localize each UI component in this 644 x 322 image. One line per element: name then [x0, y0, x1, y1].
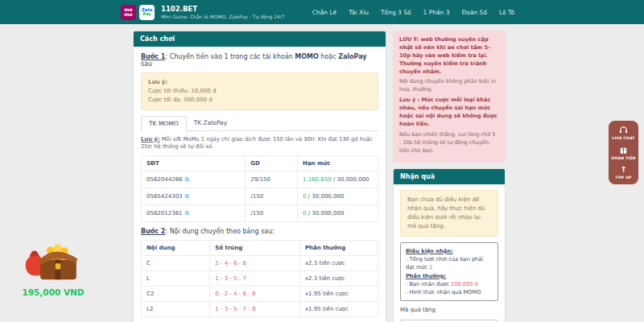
treasure-chest-icon [20, 235, 86, 283]
gift-code-label: Mã quà tặng [400, 307, 498, 313]
zalopay-logo-icon: Zalo Pay [139, 5, 155, 20]
reward-cell: x1.95 tiền cược [299, 302, 378, 317]
step1-zalopay: ZaloPay [338, 53, 366, 60]
content-cell: L [142, 271, 210, 287]
live-chat-button[interactable]: LIVE CHAT [609, 126, 638, 140]
top-up-label: TOP UP [615, 175, 631, 180]
arrow-up-icon: ↑ [620, 166, 626, 174]
table-row: L2 1 - 3 - 5 - 7 - 9 x1.95 tiền cược [142, 302, 378, 317]
reward-cell: x2.3 tiền cược [299, 271, 378, 287]
step1-text: Bước 1: Chuyển tiền vào 1 trong các tài … [141, 53, 378, 68]
gift-warning-box: Bạn chưa đủ điều kiện để nhận quà, hãy t… [400, 190, 498, 236]
step2-text: Bước 2: Nội dung chuyển theo bảng sau: [141, 228, 378, 235]
main-nav: Chẵn Lẻ Tài Xỉu Tổng 3 Số 1 Phần 3 Đoán … [312, 9, 515, 16]
limit-amount: / 30,000,000 [307, 193, 345, 200]
reward-cell: x2.3 tiền cược [299, 256, 378, 271]
gd-cell: /150 [246, 188, 298, 205]
limit-amount: / 30,000,000 [307, 210, 345, 217]
step1-middle: hoặc [319, 53, 338, 60]
how-to-play-body: Bước 1: Chuyển tiền vào 1 trong các tài … [134, 47, 386, 322]
copy-icon[interactable]: ⧉ [185, 175, 189, 183]
condition-text: - Tổng lượt chơi của bạn phải đạt mức [406, 256, 483, 270]
phone-number: 0565424303 [147, 193, 183, 200]
reward-line: - Bạn nhận được 200,000 đ [406, 280, 493, 288]
rewards-table: Nội dung Số trúng Phần thưởng C 2 - 4 - … [141, 240, 378, 317]
zalopay-logo-text: Pay [142, 12, 151, 16]
step2-label: Bước 2 [141, 228, 165, 235]
step1-momo: MOMO [295, 53, 319, 60]
reward-value: 200,000 đ [451, 281, 478, 287]
content-cell: L2 [142, 302, 210, 317]
col-gd: GD [246, 156, 298, 171]
copy-icon[interactable]: ⧉ [185, 209, 189, 217]
table-row: 0562012361⧉ /150 0 / 30,000,000 [142, 205, 378, 222]
bonus-chest[interactable]: 195,000 VND [13, 235, 93, 297]
momo-logo-text: mo [124, 12, 132, 17]
step1-before: : Chuyển tiền vào 1 trong các tài khoản [165, 53, 295, 60]
nav-item-tai-xiu[interactable]: Tài Xỉu [349, 9, 369, 16]
col-so-trung: Số trúng [210, 241, 300, 256]
nav-item-chan-le[interactable]: Chẵn Lẻ [312, 9, 337, 16]
numbers-cell: 0 - 2 - 4 - 6 - 8 [210, 287, 300, 302]
condition-line: - Tổng lượt chơi của bạn phải đạt mức 1 [406, 255, 493, 271]
floating-side-widget: LIVE CHAT HOÀN TIỀN ↑ TOP UP [609, 121, 638, 184]
limit-cell: 1,160,650 / 30,000,000 [298, 171, 378, 188]
gd-cell: 29/150 [246, 171, 298, 188]
col-noi-dung: Nội dung [142, 241, 210, 256]
accounts-note-text: Mỗi sđt MoMo 1 ngày chỉ giao dịch được 1… [141, 136, 373, 151]
panel-title: Cách chơi [134, 31, 386, 47]
gd-cell: /150 [246, 205, 298, 222]
gift-panel-body: Bạn chưa đủ điều kiện để nhận quà, hãy t… [394, 184, 505, 322]
phone-cell: 0565424303⧉ [142, 188, 246, 205]
account-tabs: TK MOMO TK ZaloPay [141, 116, 378, 131]
content-cell: C [142, 256, 210, 271]
page-title: 1102.BET [161, 5, 285, 13]
reward-cell: x1.95 tiền cược [299, 287, 378, 302]
limit-amount: / 30,000,000 [332, 176, 369, 183]
warning-line-2: Nội dung chuyển không phân biệt in hoa, … [399, 78, 499, 94]
limit-cell: 0 / 30,000,000 [298, 188, 378, 205]
numbers-cell: 1 - 3 - 5 - 7 - 9 [210, 302, 300, 317]
phone-cell: 0562044266⧉ [142, 171, 246, 188]
table-row: 0562044266⧉ 29/150 1,160,650 / 30,000,00… [142, 171, 378, 188]
warning-line-1: LƯU Ý: web thường xuyên cập nhật số nên … [399, 36, 499, 76]
phone-number: 0562012361 [147, 210, 183, 217]
conditions-title: Điều kiện nhận: [406, 247, 493, 255]
momo-logo-icon: mo mo [121, 5, 136, 20]
top-up-button[interactable]: ↑ TOP UP [609, 166, 638, 180]
gift-conditions-box: Điều kiện nhận: - Tổng lượt chơi của bạn… [400, 242, 498, 301]
brand: mo mo Zalo Pay 1102.BET Mini Game. Chẵn … [121, 5, 285, 20]
warning-line-4: Nếu bạn chiến thắng, vui lòng chờ 5 - 20… [399, 131, 499, 155]
reward-title: Phần thưởng: [406, 272, 493, 280]
app-header: mo mo Zalo Pay 1102.BET Mini Game. Chẵn … [0, 0, 644, 24]
gift-panel-title: Nhận quà [394, 169, 505, 184]
table-row: L 1 - 3 - 5 - 7 x2.3 tiền cược [142, 271, 378, 287]
gift-icon [619, 146, 628, 155]
reward-text: - Bạn nhận được [406, 281, 451, 287]
condition-value: 1 [429, 264, 432, 270]
used-amount: 1,160,650 [303, 176, 332, 183]
nav-item-tong-3-so[interactable]: Tổng 3 Số [381, 9, 411, 16]
refund-button[interactable]: HOÀN TIỀN [609, 146, 638, 160]
table-row: C2 0 - 2 - 4 - 6 - 8 x1.95 tiền cược [142, 287, 378, 302]
min-bet-line: Cược tối thiểu: 10,000 đ [148, 87, 371, 96]
site-titles: 1102.BET Mini Game. Chẵn lẻ MOMO, ZaloPa… [161, 5, 285, 19]
nav-item-doan-so[interactable]: Đoán Số [461, 9, 486, 16]
phone-number: 0562044266 [147, 176, 183, 183]
accounts-note: Lưu ý: Mỗi sđt MoMo 1 ngày chỉ giao dịch… [141, 136, 378, 152]
tab-tk-zalopay[interactable]: TK ZaloPay [187, 116, 235, 130]
nav-item-1-phan-3[interactable]: 1 Phần 3 [423, 9, 450, 16]
limits-note-box: Lưu ý: Cược tối thiểu: 10,000 đ Cược tối… [141, 72, 378, 110]
headset-icon [619, 126, 628, 134]
refund-label: HOÀN TIỀN [611, 156, 635, 160]
table-row: 0565424303⧉ /150 0 / 30,000,000 [142, 188, 378, 205]
tab-tk-momo[interactable]: TK MOMO [141, 116, 187, 131]
copy-icon[interactable]: ⧉ [185, 192, 189, 200]
table-header-row: Nội dung Số trúng Phần thưởng [142, 241, 378, 256]
max-bet-line: Cược tối đa: 500,000 đ [148, 96, 371, 105]
nav-item-lo-to[interactable]: Lô Tô [499, 9, 514, 16]
gift-code-input[interactable] [400, 320, 498, 322]
reward-method-line: - Hình thức nhận quà MOMO [406, 288, 493, 296]
phone-cell: 0562012361⧉ [142, 205, 246, 222]
accounts-note-label: Lưu ý: [141, 136, 160, 142]
